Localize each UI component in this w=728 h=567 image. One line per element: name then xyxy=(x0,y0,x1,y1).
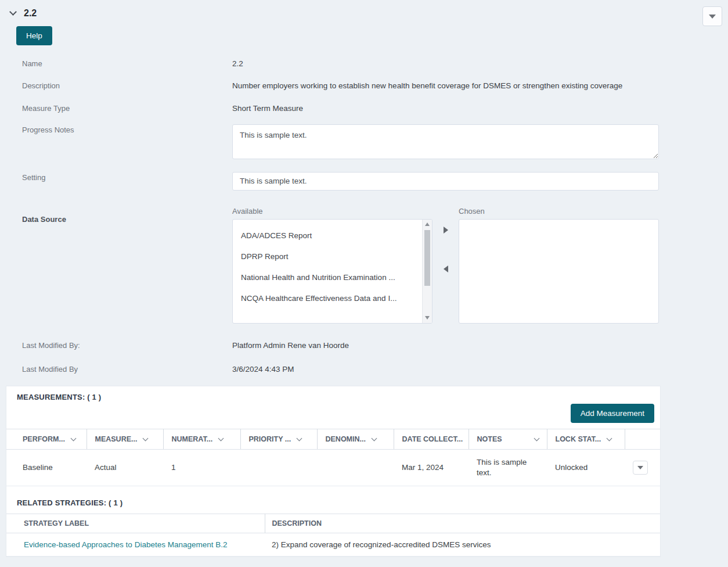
scrollbar-thumb[interactable] xyxy=(424,230,430,286)
col-header-measure[interactable]: MEASURE... xyxy=(87,429,163,449)
header: 2.2 xyxy=(0,0,728,19)
measure-type-label: Measure Type xyxy=(0,103,232,113)
setting-input[interactable] xyxy=(232,172,659,191)
list-item[interactable]: ADA/ADCES Report xyxy=(233,227,432,247)
list-item[interactable]: NCQA Healthcare Effectiveness Data and I… xyxy=(233,289,432,310)
measurements-table: PERFORM... MEASURE... NUMERAT... PRIORIT… xyxy=(6,429,660,486)
col-header-denominator[interactable]: DENOMIN... xyxy=(317,429,394,449)
cell-actions xyxy=(625,449,660,486)
strategy-description: 2) Expand coverage of recognized-accredi… xyxy=(265,533,660,557)
row-menu-button[interactable] xyxy=(633,461,648,475)
progress-notes-label: Progress Notes xyxy=(0,124,232,134)
collapse-chevron-icon[interactable] xyxy=(9,8,17,16)
col-header-description[interactable]: DESCRIPTION xyxy=(265,514,660,533)
move-left-icon[interactable] xyxy=(444,265,448,272)
scroll-up-icon[interactable] xyxy=(423,220,432,229)
cell-date-collected: Mar 1, 2024 xyxy=(394,449,468,486)
cell-measure: Actual xyxy=(87,449,163,486)
chevron-down-icon[interactable] xyxy=(218,435,224,441)
move-right-icon[interactable] xyxy=(444,227,448,234)
chevron-down-icon[interactable] xyxy=(143,435,149,441)
list-item[interactable]: DPRP Report xyxy=(233,247,432,268)
chosen-listbox[interactable] xyxy=(459,219,659,324)
name-label: Name xyxy=(0,58,232,68)
last-modified-date-label: Last Modified By xyxy=(0,364,232,374)
chevron-down-icon[interactable] xyxy=(607,435,612,441)
related-records-panel: MEASUREMENTS: ( 1 ) Add Measurement PERF… xyxy=(6,386,661,557)
measure-detail-form: Name 2.2 Description Number employers wo… xyxy=(0,58,728,375)
setting-label: Setting xyxy=(0,172,232,182)
header-menu-button[interactable] xyxy=(702,6,722,26)
strategy-link[interactable]: Evidence-based Approaches to Diabetes Ma… xyxy=(24,540,227,549)
data-source-duallist: Available ADA/ADCES Report DPRP Report N… xyxy=(232,207,659,324)
page-title: 2.2 xyxy=(24,8,37,19)
cell-performance: Baseline xyxy=(6,449,87,486)
list-item[interactable]: National Health and Nutrition Examinatio… xyxy=(233,268,432,289)
caret-down-icon xyxy=(637,466,643,469)
last-modified-date-value: 3/6/2024 4:43 PM xyxy=(232,364,659,375)
progress-notes-textarea[interactable]: This is sample text. xyxy=(232,124,659,159)
chevron-down-icon[interactable] xyxy=(297,435,302,441)
available-listbox[interactable]: ADA/ADCES Report DPRP Report National He… xyxy=(232,219,433,324)
description-label: Description xyxy=(0,80,232,90)
cell-numerator: 1 xyxy=(163,449,240,486)
col-header-lock-status[interactable]: LOCK STAT... xyxy=(547,429,625,449)
add-measurement-button[interactable]: Add Measurement xyxy=(571,404,654,423)
strategy-row: Evidence-based Approaches to Diabetes Ma… xyxy=(6,533,660,557)
col-header-notes[interactable]: NOTES xyxy=(468,429,547,449)
help-button[interactable]: Help xyxy=(16,26,52,45)
col-header-performance[interactable]: PERFORM... xyxy=(6,429,87,449)
available-label: Available xyxy=(232,207,433,216)
cell-priority xyxy=(240,449,317,486)
chosen-label: Chosen xyxy=(459,207,659,216)
last-modified-by-value: Platform Admin Rene van Hoorde xyxy=(232,340,659,351)
cell-lock-status: Unlocked xyxy=(547,449,625,486)
cell-denominator xyxy=(317,449,394,486)
scrollbar[interactable] xyxy=(422,220,432,323)
chevron-down-icon[interactable] xyxy=(534,435,539,441)
measure-type-value: Short Term Measure xyxy=(232,103,659,114)
last-modified-by-label: Last Modified By: xyxy=(0,340,232,350)
col-header-actions xyxy=(625,429,660,449)
col-header-strategy-label[interactable]: STRATEGY LABEL xyxy=(6,514,265,533)
related-strategies-section-title: RELATED STRATEGIES: ( 1 ) xyxy=(6,486,660,514)
chevron-down-icon[interactable] xyxy=(70,435,76,441)
measurements-section-title: MEASUREMENTS: ( 1 ) xyxy=(6,386,660,401)
cell-notes: This is sample text. xyxy=(468,449,547,486)
measurement-row: Baseline Actual 1 Mar 1, 2024 This is sa… xyxy=(6,449,660,486)
chevron-down-icon[interactable] xyxy=(372,435,377,441)
col-header-date-collected[interactable]: DATE COLLECT... xyxy=(394,429,468,449)
col-header-priority[interactable]: PRIORITY ... xyxy=(240,429,317,449)
col-header-numerator[interactable]: NUMERAT... xyxy=(163,429,240,449)
name-value: 2.2 xyxy=(232,58,659,70)
scroll-down-icon[interactable] xyxy=(423,313,432,323)
caret-down-icon xyxy=(709,15,716,19)
description-value: Number employers working to establish ne… xyxy=(232,80,659,92)
data-source-label: Data Source xyxy=(0,207,232,224)
related-strategies-table: STRATEGY LABEL DESCRIPTION Evidence-base… xyxy=(6,514,660,557)
